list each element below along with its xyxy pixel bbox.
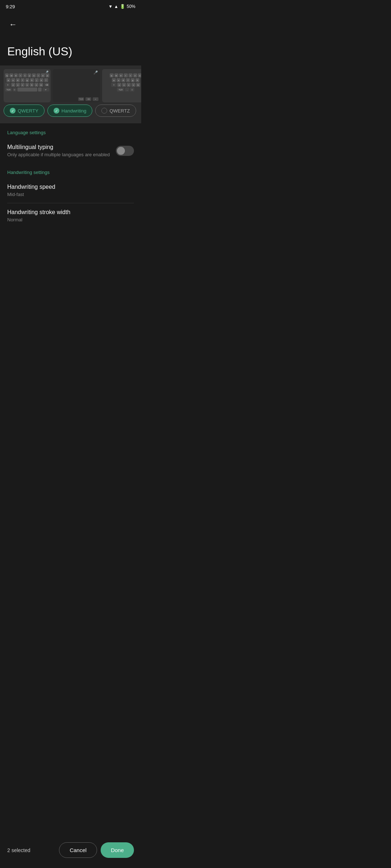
- chip-row: ✓ QWERTY ✓ Handwriting QWERTZ: [0, 102, 141, 119]
- setting-row: Multilingual typing Only applicable if m…: [7, 144, 134, 157]
- kb-key: ↵: [42, 88, 49, 92]
- setting-multilingual-typing[interactable]: Multilingual typing Only applicable if m…: [0, 138, 141, 163]
- toggle-thumb: [117, 147, 125, 155]
- setting-title-hw-speed: Handwriting speed: [7, 184, 134, 190]
- chip-handwriting[interactable]: ✓ Handwriting: [47, 105, 93, 117]
- setting-handwriting-stroke-width[interactable]: Handwriting stroke width Normal: [0, 203, 141, 228]
- kb-key: g: [131, 78, 135, 82]
- kb-keys-qwertz: q w e r t z u a s d f g h ⇧: [102, 69, 141, 94]
- setting-subtitle-hw-speed: Mid-fast: [7, 192, 134, 197]
- kb-key: c: [21, 83, 25, 87]
- kb-key: j: [35, 78, 39, 82]
- page-title: English (US): [7, 45, 134, 58]
- kb-key: s: [117, 78, 121, 82]
- kb-key: u: [32, 73, 35, 77]
- setting-subtitle-hw-stroke: Normal: [7, 217, 134, 222]
- kb-key: x: [16, 83, 20, 87]
- kb-key: [17, 88, 38, 92]
- kb-key: q: [5, 73, 9, 77]
- kb-key: e: [14, 73, 18, 77]
- hw-btn: ?123: [78, 97, 84, 101]
- setting-title-multilingual: Multilingual typing: [7, 144, 110, 150]
- kb-key: ?123: [5, 88, 12, 92]
- chip-label-qwerty: QWERTY: [18, 108, 38, 114]
- mic-icon-hw: 🎤: [93, 71, 98, 75]
- toggle-multilingual[interactable]: [116, 146, 134, 156]
- setting-title-hw-stroke: Handwriting stroke width: [7, 209, 134, 216]
- keyboard-preview-qwerty[interactable]: 🎤 q w e r t y u i o p a s d: [4, 69, 51, 102]
- wifi-icon: ▼: [108, 4, 113, 9]
- kb-key: d: [121, 78, 125, 82]
- kb-key: b: [30, 83, 34, 87]
- kb-key: ⌫: [44, 83, 49, 87]
- settings-content: Language settings Multilingual typing On…: [0, 123, 141, 228]
- kb-key: y: [28, 73, 31, 77]
- setting-subtitle-multilingual: Only applicable if multiple languages ar…: [7, 152, 110, 157]
- chip-qwerty[interactable]: ✓ QWERTY: [4, 105, 45, 117]
- chip-check-qwertz: [101, 108, 107, 114]
- keyboard-preview-qwertz[interactable]: 🎤 q w e r t z u a s d f g h: [102, 69, 141, 102]
- page-title-section: English (US): [0, 36, 141, 65]
- kb-key: n: [34, 83, 38, 87]
- hw-btn: ⌫: [85, 97, 91, 101]
- keyboard-selector: 🎤 q w e r t y u i o p a s d: [0, 65, 141, 123]
- kb-key: ☺: [13, 88, 17, 92]
- back-arrow-icon: ←: [9, 20, 17, 29]
- kb-key: w: [114, 73, 118, 77]
- hw-btn: ↵: [93, 97, 98, 101]
- kb-key: t: [129, 73, 133, 77]
- top-bar: ←: [0, 13, 141, 36]
- back-button[interactable]: ←: [6, 17, 20, 32]
- kb-keys-qwerty: q w e r t y u i o p a s d f g h: [4, 69, 51, 94]
- kb-key: c: [127, 83, 131, 87]
- kb-key: h: [30, 78, 34, 82]
- kb-key: f: [21, 78, 25, 82]
- chip-label-qwertz: QWERTZ: [109, 108, 130, 114]
- chip-check-qwerty: ✓: [10, 108, 16, 114]
- kb-key: l: [44, 78, 48, 82]
- kb-key: .: [38, 88, 42, 92]
- section-header-handwriting: Handwriting settings: [0, 163, 141, 178]
- kb-key: ⇧: [5, 83, 10, 87]
- keyboard-previews: 🎤 q w e r t y u i o p a s d: [0, 69, 141, 102]
- kb-key: h: [135, 78, 139, 82]
- kb-key: m: [39, 83, 43, 87]
- status-bar: 9:29 ▼ ▲ 🔋 50%: [0, 0, 141, 13]
- kb-key: ,: [125, 88, 129, 92]
- kb-key: k: [39, 78, 43, 82]
- battery-icon: 🔋: [120, 4, 125, 9]
- kb-key: t: [23, 73, 27, 77]
- setting-text: Multilingual typing Only applicable if m…: [7, 144, 110, 157]
- section-header-language: Language settings: [0, 123, 141, 138]
- setting-handwriting-speed[interactable]: Handwriting speed Mid-fast: [0, 178, 141, 203]
- kb-key: i: [37, 73, 40, 77]
- kb-key: g: [25, 78, 29, 82]
- kb-key: f: [126, 78, 130, 82]
- battery-percent: 50%: [127, 4, 135, 9]
- signal-icon: ▲: [114, 4, 118, 9]
- kb-key: w: [9, 73, 13, 77]
- kb-key: z: [11, 83, 15, 87]
- kb-key: v: [25, 83, 29, 87]
- kb-key: v: [131, 83, 135, 87]
- chip-label-handwriting: Handwriting: [62, 108, 87, 114]
- kb-key: u: [138, 73, 142, 77]
- kb-key: r: [124, 73, 128, 77]
- status-icons: ▼ ▲ 🔋 50%: [108, 4, 135, 9]
- kb-key: e: [119, 73, 123, 77]
- kb-key: d: [16, 78, 20, 82]
- kb-key: y: [117, 83, 121, 87]
- hw-bottom-row: ?123 ⌫ ↵: [78, 97, 98, 101]
- kb-key: ☺: [130, 88, 134, 92]
- kb-key: b: [136, 83, 140, 87]
- keyboard-preview-handwriting[interactable]: 🎤 ?123 ⌫ ↵: [53, 69, 100, 102]
- kb-key: q: [110, 73, 114, 77]
- kb-key: r: [18, 73, 22, 77]
- kb-key: z: [133, 73, 137, 77]
- chip-qwertz[interactable]: QWERTZ: [95, 105, 136, 117]
- kb-key: x: [122, 83, 126, 87]
- kb-key: s: [11, 78, 15, 82]
- kb-key: ?123: [117, 88, 124, 92]
- chip-check-handwriting: ✓: [54, 108, 59, 114]
- status-time: 9:29: [6, 4, 15, 9]
